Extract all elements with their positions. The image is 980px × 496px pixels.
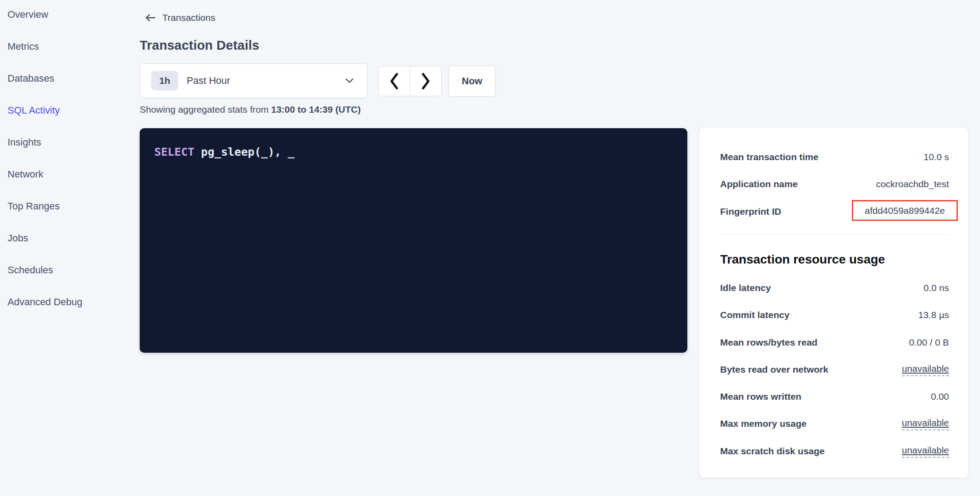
- sql-keyword: SELECT: [154, 146, 194, 158]
- sql-statement-body: pg_sleep(_), _: [194, 146, 294, 158]
- idle-latency-value: 0.0 ns: [924, 283, 949, 293]
- commit-latency-row: Commit latency 13.8 µs: [720, 308, 949, 322]
- mean-rows-written-row: Mean rows written 0.00: [720, 390, 949, 403]
- commit-latency-value: 13.8 µs: [918, 310, 949, 320]
- mean-transaction-time-value: 10.0 s: [924, 152, 949, 162]
- mean-transaction-time-label: Mean transaction time: [720, 152, 819, 162]
- sidebar-item-schedules[interactable]: Schedules: [0, 254, 133, 286]
- mean-rows-bytes-read-label: Mean rows/bytes read: [720, 337, 817, 348]
- time-range-badge: 1h: [151, 71, 178, 91]
- chevron-down-icon: [345, 78, 354, 84]
- sidebar-item-insights[interactable]: Insights: [0, 126, 133, 158]
- sidebar-item-metrics[interactable]: Metrics: [0, 31, 133, 63]
- max-memory-usage-value[interactable]: unavailable: [902, 417, 949, 430]
- now-button[interactable]: Now: [448, 66, 496, 97]
- max-memory-usage-row: Max memory usage unavailable: [720, 417, 949, 430]
- sidebar-item-jobs[interactable]: Jobs: [0, 222, 133, 254]
- fingerprint-id-label: Fingerprint ID: [720, 206, 781, 217]
- transaction-details-card: Mean transaction time 10.0 s Application…: [699, 127, 968, 478]
- mean-rows-written-value: 0.00: [931, 391, 949, 402]
- fingerprint-id-value: afdd4059a899442e: [865, 205, 945, 216]
- chevron-right-icon: [421, 72, 431, 90]
- idle-latency-row: Idle latency 0.0 ns: [720, 281, 949, 295]
- breadcrumb-label[interactable]: Transactions: [162, 12, 215, 23]
- max-scratch-disk-usage-label: Max scratch disk usage: [720, 446, 825, 457]
- bytes-read-over-network-value[interactable]: unavailable: [902, 363, 949, 376]
- back-arrow-icon[interactable]: [145, 13, 156, 22]
- idle-latency-label: Idle latency: [720, 283, 771, 293]
- sidebar-item-top-ranges[interactable]: Top Ranges: [0, 190, 133, 222]
- commit-latency-label: Commit latency: [720, 310, 789, 320]
- status-prefix: Showing aggregated stats from: [140, 104, 271, 114]
- breadcrumb[interactable]: Transactions: [145, 12, 215, 24]
- time-range-label: Past Hour: [187, 75, 230, 87]
- prev-time-button[interactable]: [378, 66, 410, 96]
- bytes-read-over-network-label: Bytes read over network: [720, 364, 828, 375]
- fingerprint-highlight-box: afdd4059a899442e: [852, 200, 958, 221]
- time-range-dropdown[interactable]: 1h Past Hour: [140, 63, 368, 98]
- sidebar: Overview Metrics Databases SQL Activity …: [0, 0, 133, 318]
- application-name-label: Application name: [720, 179, 798, 189]
- sidebar-item-network[interactable]: Network: [0, 158, 133, 190]
- sql-statement: SELECT pg_sleep(_), _: [154, 146, 294, 158]
- time-pager: [378, 66, 442, 96]
- application-name-value: cockroachdb_test: [876, 179, 949, 189]
- mean-rows-written-label: Mean rows written: [720, 391, 801, 402]
- status-range: 13:00 to 14:39 (UTC): [271, 104, 361, 114]
- sidebar-item-advanced-debug[interactable]: Advanced Debug: [0, 286, 133, 318]
- application-name-row: Application name cockroachdb_test: [720, 177, 949, 191]
- status-line: Showing aggregated stats from 13:00 to 1…: [140, 103, 361, 116]
- resource-usage-section-title: Transaction resource usage: [720, 252, 885, 267]
- sql-statement-box: SELECT pg_sleep(_), _: [140, 128, 687, 353]
- sidebar-item-databases[interactable]: Databases: [0, 63, 133, 94]
- card-divider: [720, 234, 949, 235]
- chevron-left-icon: [389, 72, 399, 90]
- bytes-read-over-network-row: Bytes read over network unavailable: [720, 363, 949, 376]
- mean-rows-bytes-read-row: Mean rows/bytes read 0.00 / 0 B: [720, 336, 949, 349]
- next-time-button[interactable]: [410, 66, 442, 96]
- page-title: Transaction Details: [140, 37, 259, 53]
- sidebar-item-overview[interactable]: Overview: [0, 0, 133, 31]
- mean-rows-bytes-read-value: 0.00 / 0 B: [909, 337, 949, 348]
- mean-transaction-time-row: Mean transaction time 10.0 s: [720, 150, 949, 164]
- max-memory-usage-label: Max memory usage: [720, 418, 807, 429]
- sidebar-item-sql-activity[interactable]: SQL Activity: [0, 94, 133, 126]
- max-scratch-disk-usage-value[interactable]: unavailable: [902, 445, 949, 458]
- max-scratch-disk-usage-row: Max scratch disk usage unavailable: [720, 445, 949, 458]
